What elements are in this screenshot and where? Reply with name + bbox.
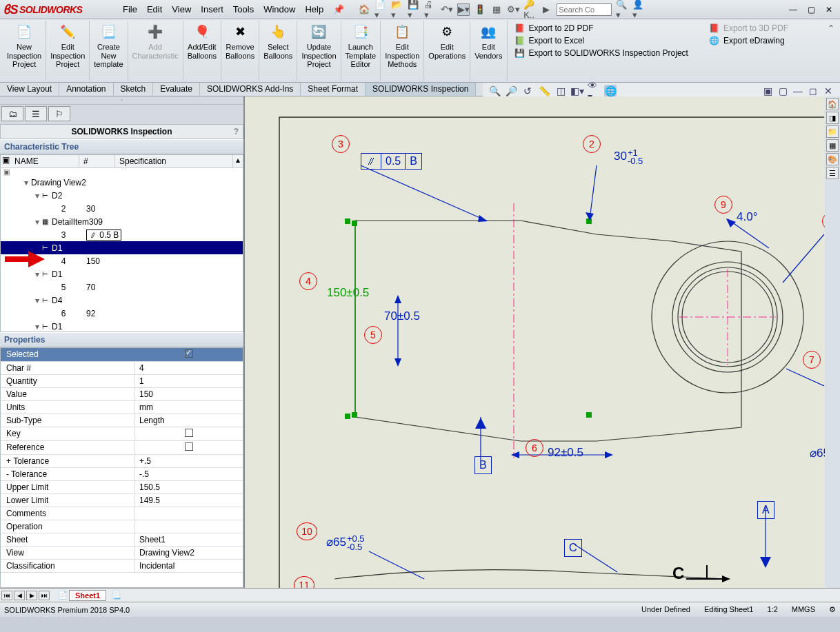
sheet-first-icon[interactable]: ⏮	[1, 591, 12, 600]
pin-icon[interactable]: 📌	[333, 4, 344, 14]
ribbon-launch-template-editor[interactable]: 📑LaunchTemplateEditor	[341, 21, 381, 81]
open-icon[interactable]: 📂▾	[391, 3, 403, 16]
prop-row[interactable]: - Tolerance-.5	[1, 468, 243, 481]
prop-value[interactable]: 150	[135, 388, 243, 400]
prop-row[interactable]: Unitsmm	[1, 401, 243, 414]
tab-view-layout[interactable]: View Layout	[0, 83, 59, 96]
checkbox-icon[interactable]	[185, 442, 193, 451]
tab-sketch[interactable]: Sketch	[114, 83, 154, 96]
col-num[interactable]: #	[79, 155, 115, 167]
rb-colors-icon[interactable]: 🎨	[826, 153, 839, 165]
tree-row[interactable]: ▾⊢D4	[1, 294, 243, 307]
balloon-7[interactable]: 7	[803, 351, 821, 369]
prop-row[interactable]: Selected	[1, 348, 243, 362]
ribbon-edit-inspection-methods[interactable]: 📋EditInspectionMethods	[381, 21, 424, 81]
expand-icon[interactable]: ▾	[35, 269, 42, 279]
gdt-parallelism[interactable]: ⫽ 0.5 B	[361, 153, 422, 170]
rb-grid-icon[interactable]: ▦	[826, 139, 839, 152]
dimension[interactable]: 150±0.5	[327, 286, 369, 300]
status-gear-icon[interactable]: ⚙	[829, 605, 836, 614]
prop-value[interactable]: 149.5	[135, 494, 243, 507]
prop-row[interactable]: Quantity1	[1, 375, 243, 388]
tree-row[interactable]: 230	[1, 202, 243, 215]
menu-help[interactable]: Help	[305, 4, 323, 14]
rb-home-icon[interactable]: 🏠	[826, 98, 839, 110]
prop-value[interactable]: 4	[135, 362, 243, 374]
col-spec[interactable]: Specification	[115, 155, 233, 167]
balloon-2[interactable]: 2	[583, 135, 601, 153]
ribbon-new-inspection-project[interactable]: 📄NewInspectionProject	[3, 21, 46, 81]
prop-value[interactable]: +.5	[135, 455, 243, 467]
sheet1-tab[interactable]: Sheet1	[69, 590, 106, 601]
ribbon-remove-balloons[interactable]: ✖RemoveBalloons	[221, 21, 259, 81]
checkbox-icon[interactable]	[185, 429, 193, 437]
prop-value[interactable]	[135, 507, 243, 520]
menu-window[interactable]: Window	[263, 4, 295, 14]
tab-annotation[interactable]: Annotation	[59, 83, 113, 96]
export-project[interactable]: 💾Export to SOLIDWORKS Inspection Project	[514, 48, 688, 58]
maximize-button[interactable]: ▢	[803, 3, 819, 16]
tab-sheet-format[interactable]: Sheet Format	[301, 83, 366, 96]
status-scale[interactable]: 1:2	[767, 605, 777, 614]
ribbon-add-edit-balloons[interactable]: 🎈Add/EditBalloons	[183, 21, 221, 81]
k-icon[interactable]: 🔑 K..	[523, 3, 536, 16]
tree-row[interactable]: 692	[1, 307, 243, 320]
ribbon-toggle-icon[interactable]: ⌃	[825, 21, 837, 81]
ribbon-edit-vendors[interactable]: 👥EditVendors	[470, 21, 507, 81]
ribbon-create-new-template[interactable]: 📃CreateNewtemplate	[90, 21, 128, 81]
help-icon[interactable]: ?	[234, 127, 239, 136]
menu-view[interactable]: View	[172, 4, 191, 14]
tab-inspection[interactable]: SOLIDWORKS Inspection	[366, 83, 476, 96]
expand-icon[interactable]: ▾	[24, 178, 31, 187]
win-layout-icon[interactable]: ▣	[761, 85, 774, 97]
expand-icon[interactable]: ▾	[35, 296, 42, 305]
expand-icon[interactable]: ▾	[35, 191, 42, 201]
prop-value[interactable]	[135, 520, 243, 533]
menu-tools[interactable]: Tools	[233, 4, 254, 14]
win-min-icon[interactable]: —	[792, 85, 804, 97]
export-excel[interactable]: 📗Export to Excel	[514, 36, 688, 45]
search-input[interactable]	[557, 3, 612, 16]
balloon-4[interactable]: 4	[299, 272, 317, 290]
section-icon[interactable]: ◫	[554, 85, 567, 97]
prop-value[interactable]: -.5	[135, 468, 243, 480]
dim-dia65[interactable]: ⌀65+0.5-0.5	[326, 535, 365, 551]
col-name[interactable]: NAME	[10, 155, 79, 167]
prop-row[interactable]: Upper Limit150.5	[1, 481, 243, 494]
datum-B[interactable]: B	[474, 456, 492, 474]
zoom-area-icon[interactable]: 🔎	[505, 85, 517, 97]
play-icon[interactable]: ▶	[540, 3, 552, 16]
datum-A[interactable]: A	[757, 501, 774, 519]
balloon-5[interactable]: 5	[364, 326, 382, 344]
tree-tab-icon[interactable]: 🗂	[1, 106, 23, 121]
print-icon[interactable]: 🖨▾	[424, 3, 437, 16]
sheet-next-icon[interactable]: ▶	[26, 591, 37, 600]
expand-icon[interactable]: ▾	[35, 217, 42, 227]
win-new-icon[interactable]: ▢	[777, 85, 789, 97]
menu-insert[interactable]: Insert	[201, 4, 223, 14]
display-icon[interactable]: ◧▾	[571, 85, 583, 97]
prop-value[interactable]: Length	[135, 414, 243, 427]
prop-value[interactable]: Sheet1	[135, 533, 243, 546]
prop-row[interactable]: Sub-TypeLength	[1, 414, 243, 427]
tree-row[interactable]: 3⫽ 0.5 B	[1, 228, 243, 241]
tree-row[interactable]: ▾Drawing View2	[1, 176, 243, 189]
tree-row[interactable]: ▾⊢D1	[1, 267, 243, 281]
select-icon[interactable]: ▶▾	[457, 3, 470, 16]
drawing-canvas[interactable]: C ⫽ 0.5 B 30+1-0.5 ⌀65+0.5-0.5 234567891…	[245, 96, 840, 588]
tree-row[interactable]: ▾⊢D2	[1, 189, 243, 202]
sheet-add-icon[interactable]: 📃	[112, 591, 121, 600]
prop-row[interactable]: Value150	[1, 388, 243, 401]
dim-30[interactable]: 30+1-0.5	[614, 149, 643, 165]
save-icon[interactable]: 💾▾	[408, 3, 420, 16]
gear-icon[interactable]: ⚙▾	[507, 3, 519, 16]
prop-row[interactable]: Reference	[1, 441, 243, 455]
tree-expand-all-icon[interactable]: ▣	[1, 155, 10, 167]
export-2d-pdf[interactable]: 📕Export to 2D PDF	[514, 23, 688, 33]
tab-evaluate[interactable]: Evaluate	[153, 83, 200, 96]
balloon-3[interactable]: 3	[332, 135, 350, 153]
prop-value[interactable]: Drawing View2	[135, 547, 243, 559]
datum-C[interactable]: C	[564, 539, 582, 557]
prop-value[interactable]: mm	[135, 401, 243, 414]
expand-icon[interactable]: ▾	[35, 322, 42, 332]
